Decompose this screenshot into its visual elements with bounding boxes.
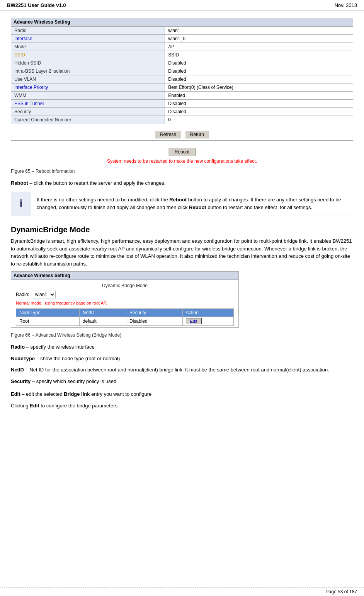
figure66-caption: Figure 66 – Advanced Wireless Setting (B… bbox=[11, 332, 353, 338]
definition-item: NetID – Net ID for the association betwe… bbox=[11, 366, 353, 374]
info-reboot-bold2: Reboot bbox=[189, 204, 206, 210]
clicking-edit: Clicking Edit to configure the bridge pa… bbox=[11, 402, 353, 410]
def-term: NetID bbox=[11, 367, 24, 373]
bridge-security: Disabled bbox=[126, 317, 182, 326]
edit-term: Edit bbox=[11, 391, 20, 397]
def-term: Radio bbox=[11, 344, 25, 350]
table1-row-label: Hidden SSID bbox=[11, 59, 165, 67]
table1-row-label: Radio bbox=[11, 27, 165, 35]
table1-row-value: Disabled bbox=[165, 75, 353, 83]
table1-row-label: WMM bbox=[11, 92, 165, 100]
table1-row-label: Mode bbox=[11, 43, 165, 51]
table1-row-value: wlan1_0 bbox=[165, 35, 353, 43]
page-header: BW2251 User Guide v1.0 Nov. 2013 bbox=[0, 0, 364, 11]
table1-caption: Advance Wireless Setting bbox=[11, 18, 353, 26]
bridge-mode-label: Dynamic Bridge Mode bbox=[16, 283, 234, 288]
table1-row-value: AP bbox=[165, 43, 353, 51]
bridge-link-bold: Bridge link bbox=[64, 391, 90, 397]
bridge-col-header: NetID bbox=[79, 309, 126, 317]
reboot-section: Reboot bbox=[11, 148, 353, 156]
edit-def-text: – edit the selected Bridge link entry yo… bbox=[22, 391, 151, 397]
edit-definition: Edit – edit the selected Bridge link ent… bbox=[11, 390, 353, 398]
table1-row-value: Disabled bbox=[165, 67, 353, 75]
def-text: – specify the wireless interface bbox=[25, 344, 95, 350]
table1-row-value: wlan1 bbox=[165, 27, 353, 35]
section-heading: DynamicBridge Mode bbox=[11, 225, 353, 234]
radio-label: Radio: bbox=[16, 292, 29, 297]
bridge-edit-button[interactable]: Edit bbox=[186, 318, 202, 324]
bridge-col-header: NodeType bbox=[16, 309, 80, 317]
table1-row-label: Current Connected Number bbox=[11, 116, 165, 124]
bridge-table-row: Root default Disabled Edit bbox=[16, 317, 234, 326]
info-box-text: If there is no other settings needed to … bbox=[31, 192, 353, 216]
table1-row-value: Disabled bbox=[165, 108, 353, 116]
def-text: – Net ID for the association between roo… bbox=[24, 367, 329, 373]
def-text: – show the node type (root or normal) bbox=[35, 356, 120, 361]
return-button[interactable]: Return bbox=[185, 131, 209, 138]
table1-button-row: Refresh Return bbox=[11, 129, 353, 141]
bridge-nodetype: Root bbox=[16, 317, 80, 326]
def-text: – specify which security policy is used bbox=[31, 378, 116, 384]
table1-row-label: Security bbox=[11, 108, 165, 116]
table1-row-value: SSID bbox=[165, 51, 353, 59]
reboot-description: Reboot – click the button to restart the… bbox=[11, 179, 353, 187]
figure65-caption: Figure 65 – Reboot information bbox=[11, 169, 353, 174]
definitions-container: Radio – specify the wireless interfaceNo… bbox=[11, 343, 353, 385]
definition-item: Radio – specify the wireless interface bbox=[11, 343, 353, 351]
table1-row-value: 0 bbox=[165, 116, 353, 124]
bridge-col-header: Action bbox=[182, 309, 233, 317]
table1-row-label: ESS in Tunnel bbox=[11, 100, 165, 108]
bridge-settings-table-wrapper: Advance Wireless Setting Dynamic Bridge … bbox=[11, 271, 239, 328]
table1-row-value: Disabled bbox=[165, 59, 353, 67]
table1-row-label: Interface bbox=[11, 35, 165, 43]
info-icon: i bbox=[11, 192, 31, 216]
table1-row-value: Disabled bbox=[165, 100, 353, 108]
refresh-button[interactable]: Refresh bbox=[155, 131, 181, 138]
main-content: Advance Wireless Setting Radiowlan1Inter… bbox=[0, 11, 364, 420]
def-term: Security bbox=[11, 378, 31, 384]
reboot-notice: System needs to be restarted to make the… bbox=[11, 158, 353, 164]
radio-row: Radio: wlan1 bbox=[16, 291, 234, 298]
table1-row-label: Use VLAN bbox=[11, 75, 165, 83]
definition-item: NodeType – show the node type (root or n… bbox=[11, 355, 353, 363]
doc-date: Nov. 2013 bbox=[335, 2, 357, 8]
reboot-desc-text: – click the button to restart the server… bbox=[29, 180, 165, 186]
wireless-settings-table: Advance Wireless Setting Radiowlan1Inter… bbox=[11, 18, 353, 124]
doc-title: BW2251 User Guide v1.0 bbox=[7, 2, 66, 8]
reboot-term: Reboot bbox=[11, 180, 28, 186]
definition-item: Security – specify which security policy… bbox=[11, 378, 353, 385]
table1-row-label: Intra-BSS Layer 2 Isolation bbox=[11, 67, 165, 75]
reboot-button[interactable]: Reboot bbox=[168, 148, 196, 156]
bridge-action: Edit bbox=[182, 317, 233, 326]
bridge-netid: default bbox=[79, 317, 126, 326]
bridge-data-table: NodeTypeNetIDSecurityAction Root default… bbox=[16, 308, 234, 326]
normal-mode-text: Normal mode : using frequency base on ro… bbox=[16, 301, 234, 305]
table1-row-value: Enabled bbox=[165, 92, 353, 100]
table1-row-value: Best Effort(0) (Class of Service) bbox=[165, 83, 353, 92]
table1-row-label: SSID bbox=[11, 51, 165, 59]
page-footer: Page 53 of 187 bbox=[0, 587, 364, 596]
table2-caption: Advance Wireless Setting bbox=[11, 272, 238, 280]
info-box: i If there is no other settings needed t… bbox=[11, 192, 353, 216]
info-reboot-bold: Reboot bbox=[169, 197, 187, 203]
table1-row-label: Interface Priority bbox=[11, 83, 165, 92]
def-term: NodeType bbox=[11, 356, 35, 361]
bridge-col-header: Security bbox=[126, 309, 182, 317]
section-description: DynamicBridge is smart, high efficiency,… bbox=[11, 237, 353, 267]
clicking-edit-bold: Edit bbox=[30, 403, 39, 409]
bridge-inner: Dynamic Bridge Mode Radio: wlan1 Normal … bbox=[11, 280, 238, 327]
info-icon-letter: i bbox=[20, 198, 23, 210]
radio-select[interactable]: wlan1 bbox=[32, 291, 56, 298]
page-number: Page 53 of 187 bbox=[326, 589, 357, 594]
